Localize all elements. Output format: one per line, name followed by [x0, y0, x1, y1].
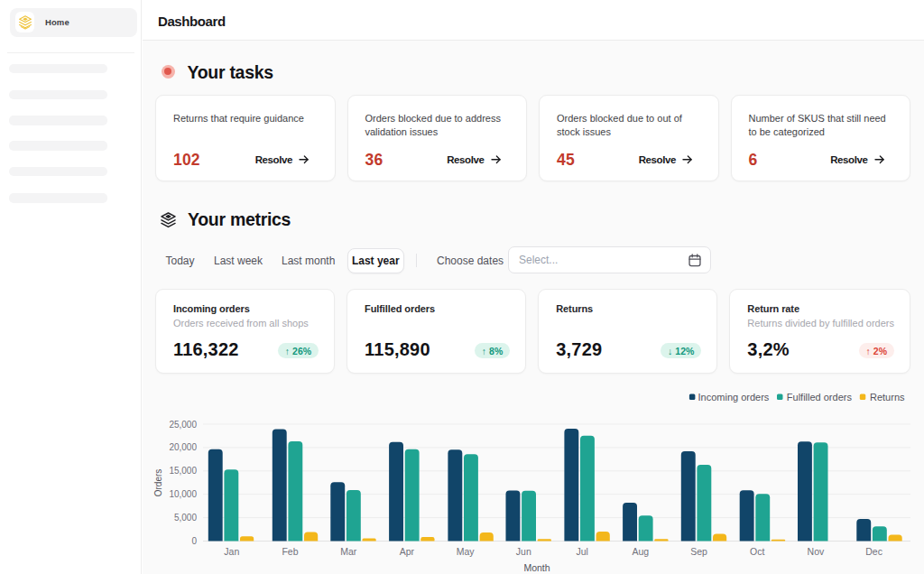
svg-text:Jan: Jan	[224, 546, 239, 557]
svg-text:Mar: Mar	[340, 546, 357, 557]
svg-text:Jul: Jul	[576, 546, 587, 557]
svg-text:25,000: 25,000	[169, 420, 197, 430]
svg-text:Aug: Aug	[632, 546, 649, 557]
svg-text:Dec: Dec	[865, 546, 882, 557]
svg-text:0: 0	[191, 536, 197, 546]
svg-text:Jun: Jun	[516, 546, 531, 557]
svg-text:Oct: Oct	[750, 546, 764, 557]
svg-text:10,000: 10,000	[169, 489, 197, 499]
svg-text:5,000: 5,000	[174, 513, 197, 523]
svg-text:Apr: Apr	[400, 546, 415, 557]
svg-text:Fulfilled orders: Fulfilled orders	[787, 392, 853, 403]
svg-text:May: May	[457, 546, 476, 557]
svg-text:Returns: Returns	[870, 392, 905, 403]
svg-text:Sep: Sep	[690, 546, 707, 557]
svg-text:Incoming orders: Incoming orders	[698, 392, 770, 403]
svg-text:Nov: Nov	[808, 546, 825, 557]
svg-text:15,000: 15,000	[169, 466, 197, 476]
svg-text:Orders: Orders	[153, 469, 163, 497]
svg-text:Feb: Feb	[282, 546, 298, 557]
svg-text:Month: Month	[523, 562, 550, 573]
svg-text:20,000: 20,000	[169, 442, 197, 452]
